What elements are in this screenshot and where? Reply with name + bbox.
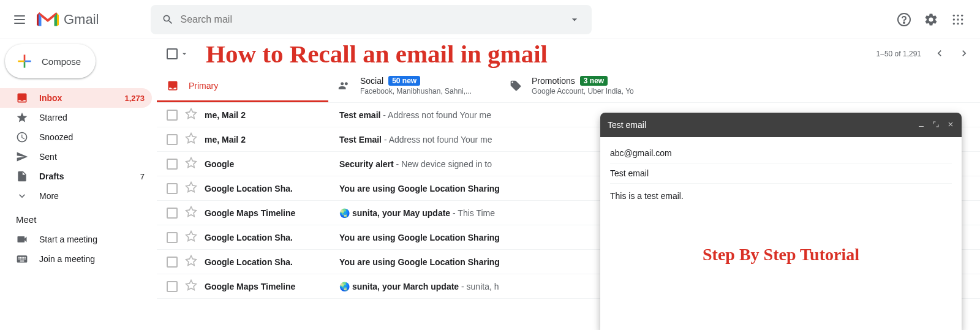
email-checkbox[interactable]	[167, 232, 178, 243]
fullscreen-icon	[932, 121, 940, 128]
pagination-text: 1–50 of 1,291	[876, 50, 921, 58]
star-icon	[16, 111, 28, 124]
send-icon	[16, 151, 28, 163]
sidebar-item-starred[interactable]: Starred	[0, 108, 152, 127]
drafts-icon	[16, 170, 28, 182]
gmail-text: Gmail	[64, 12, 99, 28]
compose-plus-icon	[15, 51, 34, 71]
compose-body[interactable]: This is a test email.	[610, 184, 952, 208]
email-checkbox[interactable]	[167, 134, 178, 145]
svg-point-8	[953, 23, 955, 24]
main-menu-button[interactable]	[5, 5, 34, 34]
star-outline-icon	[185, 206, 197, 218]
star-outline-icon	[185, 230, 197, 242]
email-subject-line: Test email - Address not found Your me	[339, 110, 491, 120]
compose-subject-field[interactable]: Test email	[610, 163, 952, 184]
compose-label: Compose	[42, 56, 81, 67]
email-subject-line: 🌏 sunita, your March update - sunita, h	[339, 282, 499, 291]
email-sender: Google Location Sha.	[205, 257, 339, 267]
email-sender: me, Mail 2	[205, 110, 339, 120]
close-button[interactable]	[947, 120, 954, 130]
fullscreen-button[interactable]	[932, 120, 940, 130]
sidebar-item-drafts[interactable]: Drafts 7	[0, 167, 152, 186]
star-outline-icon	[185, 157, 197, 169]
search-options-dropdown[interactable]	[562, 7, 587, 32]
star-outline-icon	[185, 181, 197, 193]
next-page-button[interactable]	[958, 47, 970, 61]
search-icon[interactable]	[156, 7, 180, 32]
select-dropdown-icon[interactable]	[180, 50, 189, 58]
email-sender: Google Maps Timeline	[205, 282, 339, 291]
prev-page-button[interactable]	[933, 47, 946, 61]
promotions-tab-icon	[510, 80, 522, 92]
apps-button[interactable]	[946, 7, 970, 32]
video-icon	[16, 233, 28, 246]
support-button[interactable]	[892, 7, 916, 32]
email-checkbox[interactable]	[167, 257, 178, 268]
star-toggle[interactable]	[185, 132, 197, 146]
email-subject-line: You are using Google Location Sharing	[339, 233, 500, 242]
email-checkbox[interactable]	[167, 183, 178, 194]
primary-tab-icon	[167, 80, 179, 92]
tab-promotions[interactable]: Promotions 3 new Google Account, Uber In…	[500, 69, 671, 102]
close-icon	[947, 121, 954, 128]
tab-primary[interactable]: Primary	[157, 69, 328, 102]
chevron-down-icon	[16, 190, 28, 202]
sidebar-item-more[interactable]: More	[0, 186, 152, 206]
header-actions	[892, 7, 975, 32]
star-outline-icon	[185, 279, 197, 291]
category-tabs: Primary Social 50 new Facebook, Manibhus…	[157, 69, 980, 103]
svg-point-5	[953, 18, 955, 20]
email-subject-line: Security alert - New device signed in to	[339, 159, 492, 169]
star-toggle[interactable]	[185, 157, 197, 171]
email-sender: Google	[205, 159, 339, 169]
chevron-right-icon	[958, 47, 970, 59]
sidebar-item-inbox[interactable]: Inbox 1,273	[0, 88, 152, 108]
email-sender: Google Location Sha.	[205, 233, 339, 242]
sidebar: Compose Inbox 1,273 Starred Snoozed	[0, 39, 157, 330]
compose-to-field[interactable]: abc@gmail.com	[610, 143, 952, 163]
svg-point-2	[953, 14, 955, 16]
tab-social[interactable]: Social 50 new Facebook, Manibhushan, Sah…	[328, 69, 500, 102]
star-toggle[interactable]	[185, 181, 197, 195]
sidebar-item-snoozed[interactable]: Snoozed	[0, 127, 152, 147]
sidebar-item-join-meeting[interactable]: Join a meeting	[0, 249, 152, 269]
keyboard-icon	[16, 253, 28, 265]
star-outline-icon	[185, 132, 197, 144]
toolbar: How to Recall an email in gmail 1–50 of …	[157, 39, 980, 69]
star-outline-icon	[185, 255, 197, 267]
select-all-checkbox[interactable]	[167, 48, 178, 59]
svg-point-1	[903, 22, 905, 23]
email-checkbox[interactable]	[167, 110, 178, 121]
star-toggle[interactable]	[185, 230, 197, 244]
gmail-logo[interactable]: Gmail	[37, 11, 117, 28]
email-checkbox[interactable]	[167, 208, 178, 219]
gmail-icon	[37, 11, 59, 28]
star-toggle[interactable]	[185, 255, 197, 269]
star-toggle[interactable]	[185, 108, 197, 122]
email-checkbox[interactable]	[167, 281, 178, 292]
inbox-icon	[16, 92, 28, 104]
search-bar[interactable]	[151, 5, 592, 34]
email-subject-line: 🌏 sunita, your May update - This Time	[339, 208, 495, 218]
sidebar-item-start-meeting[interactable]: Start a meeting	[0, 230, 152, 249]
gear-icon	[924, 12, 938, 27]
star-toggle[interactable]	[185, 279, 197, 293]
chevron-left-icon	[933, 47, 946, 59]
minimize-button[interactable]	[918, 120, 925, 130]
email-subject-line: You are using Google Location Sharing	[339, 257, 500, 267]
email-subject-line: You are using Google Location Sharing	[339, 184, 500, 193]
email-sender: Google Maps Timeline	[205, 208, 339, 218]
select-all[interactable]	[167, 48, 189, 59]
overlay-heading: How to Recall an email in gmail	[206, 39, 548, 69]
search-input[interactable]	[180, 14, 562, 25]
email-checkbox[interactable]	[167, 159, 178, 170]
svg-point-9	[957, 23, 959, 24]
clock-icon	[16, 131, 28, 143]
compose-dialog-header[interactable]: Test email	[600, 113, 962, 137]
social-tab-icon	[338, 80, 350, 92]
star-toggle[interactable]	[185, 206, 197, 220]
settings-button[interactable]	[919, 7, 943, 32]
sidebar-item-sent[interactable]: Sent	[0, 147, 152, 167]
compose-button[interactable]: Compose	[5, 44, 96, 78]
